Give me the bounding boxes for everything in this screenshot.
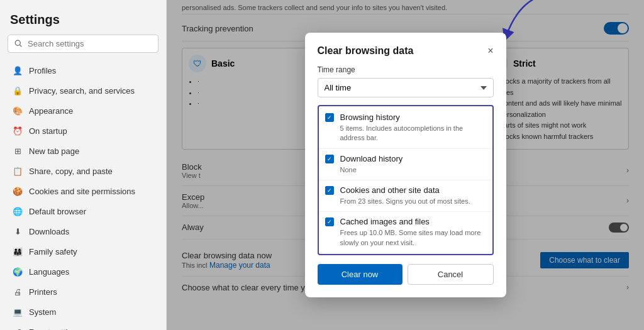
- sidebar-item-browser[interactable]: 🌐 Default browser: [3, 201, 164, 221]
- sidebar-item-label: New tab page: [29, 146, 79, 156]
- sidebar-item-label: Default browser: [29, 207, 86, 216]
- browsing-history-label: Browsing history: [340, 113, 486, 123]
- sidebar-item-share[interactable]: 📋 Share, copy, and paste: [3, 161, 164, 181]
- share-icon: 📋: [13, 166, 23, 176]
- modal-title: Clear browsing data: [318, 45, 414, 57]
- sidebar-item-printers[interactable]: 🖨 Printers: [3, 282, 164, 302]
- language-icon: 🌍: [13, 267, 23, 277]
- sidebar-item-downloads[interactable]: ⬇ Downloads: [3, 221, 164, 241]
- sidebar-item-label: Cookies and site permissions: [29, 187, 135, 196]
- sidebar-item-label: Languages: [29, 267, 69, 277]
- cancel-button[interactable]: Cancel: [408, 264, 494, 285]
- download-history-item[interactable]: ✓ Download history None: [319, 148, 492, 180]
- cached-label: Cached images and files: [340, 217, 486, 228]
- sidebar-item-label: Downloads: [29, 227, 69, 236]
- browsing-history-desc: 5 items. Includes autocompletions in the…: [340, 124, 486, 143]
- lock-icon: 🔒: [13, 85, 23, 96]
- sidebar: Settings 👤 Profiles 🔒 Privacy, search, a…: [0, 0, 167, 330]
- clear-browsing-modal: Clear browsing data × Time range All tim…: [305, 33, 506, 297]
- sidebar-item-startup[interactable]: ⏰ On startup: [3, 121, 164, 141]
- download-icon: ⬇: [13, 226, 23, 236]
- person-icon: 👤: [13, 65, 23, 75]
- modal-header: Clear browsing data ×: [318, 45, 494, 57]
- browser-icon: 🌐: [13, 206, 23, 216]
- grid-icon: ⊞: [13, 146, 23, 156]
- sidebar-item-label: Printers: [29, 287, 57, 297]
- modal-overlay: Clear browsing data × Time range All tim…: [167, 0, 644, 330]
- search-input[interactable]: [28, 39, 152, 48]
- sidebar-item-label: System: [29, 307, 56, 317]
- cached-desc: Frees up 10.0 MB. Some sites may load mo…: [340, 228, 486, 248]
- main-content: personalised ads. Some trackers collect …: [167, 0, 644, 330]
- palette-icon: 🎨: [13, 106, 23, 116]
- download-history-desc: None: [340, 165, 486, 175]
- system-icon: 💻: [13, 307, 23, 317]
- sidebar-item-newtab[interactable]: ⊞ New tab page: [3, 141, 164, 161]
- checkbox-area: ✓ Browsing history 5 items. Includes aut…: [318, 105, 494, 255]
- reset-icon: ↺: [13, 327, 23, 330]
- download-history-label: Download history: [340, 154, 486, 165]
- sidebar-item-label: Privacy, search, and services: [29, 86, 135, 96]
- printer-icon: 🖨: [13, 287, 23, 297]
- sidebar-title: Settings: [0, 8, 166, 35]
- sidebar-item-profiles[interactable]: 👤 Profiles: [3, 60, 164, 80]
- sidebar-item-label: Appearance: [29, 106, 73, 116]
- download-history-checkbox[interactable]: ✓: [325, 155, 334, 163]
- cookies-checkbox[interactable]: ✓: [325, 186, 334, 195]
- clear-now-button[interactable]: Clear now: [318, 264, 402, 285]
- sidebar-item-languages[interactable]: 🌍 Languages: [3, 261, 164, 282]
- sidebar-item-cookies[interactable]: 🍪 Cookies and site permissions: [3, 181, 164, 201]
- modal-close-button[interactable]: ×: [487, 46, 493, 56]
- time-range-select[interactable]: All time: [318, 78, 494, 97]
- sidebar-item-label: Reset settings: [29, 327, 80, 331]
- browsing-history-item[interactable]: ✓ Browsing history 5 items. Includes aut…: [319, 107, 492, 148]
- sidebar-item-label: Profiles: [29, 66, 56, 75]
- sidebar-item-label: Family safety: [29, 247, 77, 256]
- search-icon: [14, 40, 23, 48]
- sidebar-item-family[interactable]: 👨‍👩‍👧 Family safety: [3, 241, 164, 261]
- family-icon: 👨‍👩‍👧: [13, 246, 23, 256]
- svg-point-0: [15, 40, 20, 45]
- cached-item[interactable]: ✓ Cached images and files Frees up 10.0 …: [319, 211, 492, 253]
- cookies-item[interactable]: ✓ Cookies and other site data From 23 si…: [319, 180, 492, 211]
- browsing-history-checkbox[interactable]: ✓: [325, 113, 334, 122]
- sidebar-item-label: Share, copy, and paste: [29, 167, 113, 176]
- cookies-label: Cookies and other site data: [340, 185, 486, 196]
- sidebar-item-system[interactable]: 💻 System: [3, 302, 164, 322]
- svg-line-1: [20, 45, 22, 47]
- clock-icon: ⏰: [13, 126, 23, 136]
- cookies-desc: From 23 sites. Signs you out of most sit…: [340, 197, 486, 206]
- modal-wrapper: Clear browsing data × Time range All tim…: [305, 33, 506, 297]
- search-box[interactable]: [8, 35, 158, 53]
- sidebar-item-label: On startup: [29, 126, 67, 136]
- sidebar-item-appearance[interactable]: 🎨 Appearance: [3, 101, 164, 121]
- cached-checkbox[interactable]: ✓: [325, 217, 334, 226]
- sidebar-item-reset[interactable]: ↺ Reset settings: [3, 322, 164, 330]
- sidebar-item-privacy[interactable]: 🔒 Privacy, search, and services: [3, 80, 164, 101]
- cookie-icon: 🍪: [13, 186, 23, 196]
- modal-footer: Clear now Cancel: [318, 264, 494, 285]
- time-range-label: Time range: [318, 65, 494, 74]
